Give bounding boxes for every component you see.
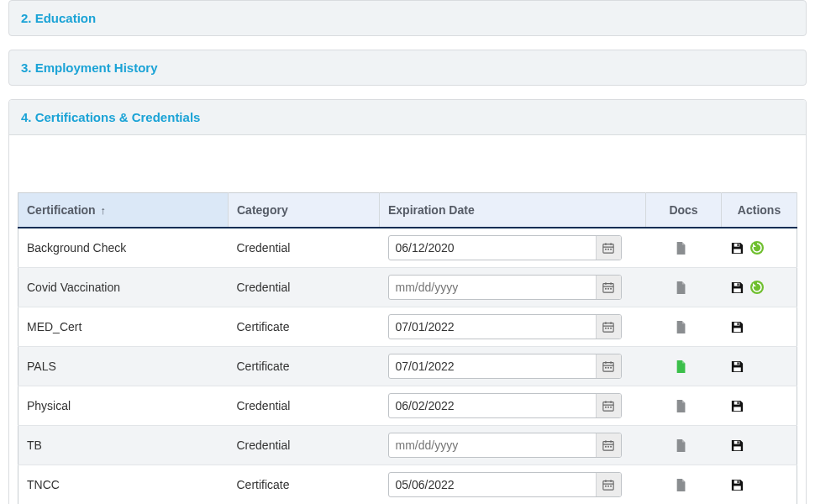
date-input-wrap	[388, 275, 622, 300]
document-icon[interactable]	[675, 438, 688, 453]
refresh-button[interactable]	[749, 280, 765, 295]
cell-expiration	[380, 228, 646, 268]
expiration-date-input[interactable]	[389, 438, 596, 452]
table-row: Background CheckCredential	[18, 228, 797, 268]
cell-expiration	[380, 307, 646, 347]
calendar-button[interactable]	[596, 433, 621, 457]
date-input-wrap	[388, 472, 622, 497]
save-button[interactable]	[730, 241, 744, 255]
cell-category: Certificate	[229, 465, 380, 505]
col-expiration-label: Expiration Date	[388, 203, 475, 217]
col-category[interactable]: Category	[229, 193, 380, 228]
accordion-education[interactable]: 2. Education	[8, 0, 807, 36]
cell-docs	[646, 465, 722, 505]
certs-content: Certification ↑ Category Expiration Date…	[9, 135, 806, 504]
expiration-date-input[interactable]	[389, 399, 596, 412]
table-row: MED_CertCertificate	[18, 307, 797, 347]
sort-asc-icon: ↑	[101, 204, 107, 217]
cell-docs	[646, 268, 722, 307]
col-category-label: Category	[237, 203, 288, 217]
calendar-icon	[602, 360, 614, 372]
calendar-button[interactable]	[596, 394, 621, 417]
document-icon[interactable]	[675, 398, 688, 413]
expiration-date-input[interactable]	[389, 478, 596, 491]
cell-category: Credential	[229, 268, 380, 307]
cell-actions	[722, 268, 797, 307]
accordion-certs: 4. Certifications & Credentials Certific…	[8, 99, 807, 504]
col-certification-label: Certification	[27, 203, 96, 217]
accordion-title-certs: 4. Certifications & Credentials	[21, 110, 200, 124]
date-input-wrap	[388, 314, 622, 339]
cell-actions	[722, 386, 797, 426]
refresh-button[interactable]	[749, 240, 765, 255]
cell-certification: TB	[18, 426, 229, 465]
col-actions[interactable]: Actions	[722, 193, 797, 228]
expiration-date-input[interactable]	[389, 360, 596, 373]
save-button[interactable]	[730, 478, 744, 492]
cell-certification: MED_Cert	[18, 307, 229, 347]
col-docs[interactable]: Docs	[646, 193, 722, 228]
document-icon[interactable]	[675, 280, 688, 295]
calendar-icon	[602, 321, 614, 333]
cell-docs	[646, 307, 722, 347]
expiration-date-input[interactable]	[389, 320, 596, 333]
accordion-head-certs[interactable]: 4. Certifications & Credentials	[9, 100, 806, 135]
table-row: TNCCCertificate	[18, 465, 797, 505]
expiration-date-input[interactable]	[389, 241, 596, 255]
calendar-button[interactable]	[596, 354, 621, 378]
calendar-button[interactable]	[596, 236, 621, 260]
table-header-row: Certification ↑ Category Expiration Date…	[18, 193, 797, 228]
document-icon[interactable]	[675, 477, 688, 492]
cell-actions	[722, 307, 797, 347]
col-docs-label: Docs	[669, 203, 697, 217]
table-row: TBCredential	[18, 426, 797, 465]
date-input-wrap	[388, 393, 622, 418]
calendar-button[interactable]	[596, 276, 621, 299]
cell-docs	[646, 386, 722, 426]
calendar-button[interactable]	[596, 473, 621, 496]
cell-certification: TNCC	[18, 465, 229, 505]
col-expiration[interactable]: Expiration Date	[380, 193, 646, 228]
accordion-employment[interactable]: 3. Employment History	[8, 50, 807, 86]
cell-actions	[722, 228, 797, 268]
cell-docs	[646, 228, 722, 268]
date-input-wrap	[388, 433, 622, 458]
save-button[interactable]	[730, 281, 744, 295]
cell-certification: Covid Vaccination	[18, 268, 229, 307]
col-certification[interactable]: Certification ↑	[18, 193, 229, 228]
calendar-icon	[602, 281, 614, 293]
table-row: PALSCertificate	[18, 347, 797, 386]
date-input-wrap	[388, 354, 622, 379]
accordion-head-education[interactable]: 2. Education	[9, 1, 806, 35]
cell-actions	[722, 465, 797, 505]
save-button[interactable]	[730, 320, 744, 334]
cell-certification: PALS	[18, 347, 229, 386]
accordion-title-education: 2. Education	[21, 11, 96, 25]
cell-docs	[646, 347, 722, 386]
table-row: PhysicalCredential	[18, 386, 797, 426]
expiration-date-input[interactable]	[389, 281, 596, 294]
save-button[interactable]	[730, 438, 744, 453]
calendar-icon	[602, 479, 614, 491]
cell-expiration	[380, 268, 646, 307]
document-icon[interactable]	[675, 240, 688, 255]
accordion-head-employment[interactable]: 3. Employment History	[9, 50, 806, 85]
cell-actions	[722, 426, 797, 465]
cell-expiration	[380, 386, 646, 426]
cell-category: Credential	[229, 386, 380, 426]
cell-docs	[646, 426, 722, 465]
document-icon[interactable]	[675, 359, 688, 374]
certs-table: Certification ↑ Category Expiration Date…	[18, 192, 797, 504]
accordion-title-employment: 3. Employment History	[21, 60, 158, 75]
calendar-icon	[602, 242, 614, 254]
save-button[interactable]	[730, 360, 744, 374]
save-button[interactable]	[730, 399, 744, 413]
cell-actions	[722, 347, 797, 386]
document-icon[interactable]	[675, 319, 688, 334]
calendar-icon	[602, 439, 614, 451]
cell-expiration	[380, 465, 646, 505]
cell-certification: Physical	[18, 386, 229, 426]
calendar-button[interactable]	[596, 315, 621, 339]
cell-category: Certificate	[229, 347, 380, 386]
table-row: Covid VaccinationCredential	[18, 268, 797, 307]
